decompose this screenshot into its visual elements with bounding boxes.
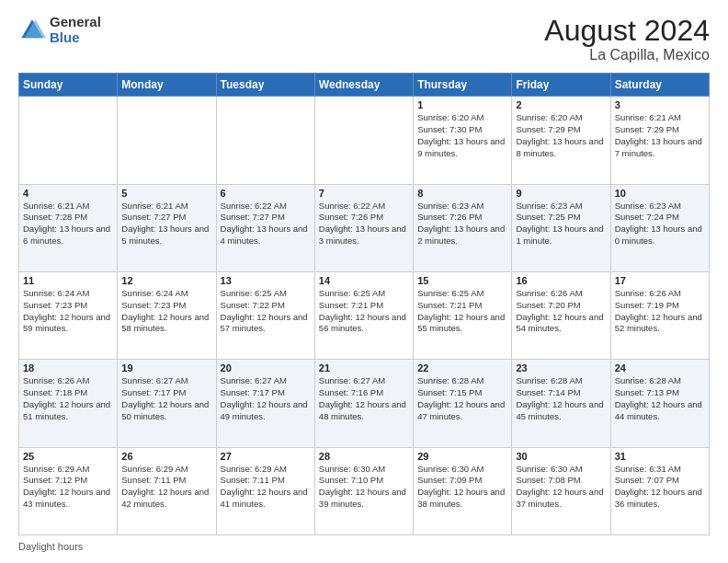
day-info: Sunrise: 6:20 AM: [417, 112, 507, 124]
day-info: Sunset: 7:16 PM: [319, 387, 409, 399]
day-number: 29: [417, 451, 507, 462]
title-block: August 2024 La Capilla, Mexico: [544, 15, 710, 63]
day-info: Daylight: 13 hours and 7 minutes.: [615, 136, 705, 160]
day-info: Sunrise: 6:23 AM: [615, 201, 705, 213]
calendar-cell: 19Sunrise: 6:27 AMSunset: 7:17 PMDayligh…: [118, 360, 216, 447]
day-info: Daylight: 12 hours and 58 minutes.: [121, 312, 211, 336]
day-number: 14: [319, 275, 409, 286]
day-info: Sunset: 7:27 PM: [121, 212, 211, 224]
col-header-friday: Friday: [512, 74, 610, 97]
day-info: Daylight: 12 hours and 39 minutes.: [319, 487, 409, 511]
day-info: Sunrise: 6:29 AM: [23, 464, 113, 476]
calendar-cell: 14Sunrise: 6:25 AMSunset: 7:21 PMDayligh…: [314, 271, 413, 359]
calendar-cell: 22Sunrise: 6:28 AMSunset: 7:15 PMDayligh…: [414, 360, 512, 447]
calendar-table: SundayMondayTuesdayWednesdayThursdayFrid…: [18, 73, 710, 535]
calendar-cell: [118, 97, 216, 184]
title-location: La Capilla, Mexico: [544, 47, 710, 63]
day-info: Sunrise: 6:28 AM: [516, 375, 606, 387]
day-info: Daylight: 12 hours and 59 minutes.: [23, 312, 113, 336]
day-info: Daylight: 13 hours and 2 minutes.: [417, 224, 507, 247]
week-row-0: 1Sunrise: 6:20 AMSunset: 7:30 PMDaylight…: [19, 97, 710, 184]
calendar-cell: 16Sunrise: 6:26 AMSunset: 7:20 PMDayligh…: [512, 271, 610, 359]
calendar-cell: 8Sunrise: 6:23 AMSunset: 7:26 PMDaylight…: [414, 184, 512, 271]
day-info: Sunrise: 6:30 AM: [516, 464, 606, 476]
day-info: Sunset: 7:09 PM: [417, 475, 507, 487]
day-info: Sunrise: 6:24 AM: [23, 288, 113, 300]
title-month: August 2024: [544, 15, 710, 47]
calendar-cell: 11Sunrise: 6:24 AMSunset: 7:23 PMDayligh…: [19, 271, 118, 359]
day-info: Sunrise: 6:25 AM: [417, 288, 507, 300]
day-info: Sunset: 7:12 PM: [23, 475, 113, 487]
day-info: Sunset: 7:26 PM: [417, 212, 507, 224]
day-info: Sunset: 7:28 PM: [23, 212, 113, 224]
day-info: Daylight: 12 hours and 56 minutes.: [319, 312, 409, 336]
day-info: Daylight: 12 hours and 41 minutes.: [221, 487, 311, 511]
day-info: Daylight: 13 hours and 3 minutes.: [319, 224, 409, 247]
day-info: Sunrise: 6:23 AM: [417, 201, 507, 213]
day-number: 7: [319, 188, 409, 199]
header: General Blue August 2024 La Capilla, Mex…: [18, 15, 710, 63]
calendar-cell: 17Sunrise: 6:26 AMSunset: 7:19 PMDayligh…: [610, 271, 709, 359]
calendar-cell: 4Sunrise: 6:21 AMSunset: 7:28 PMDaylight…: [19, 184, 118, 271]
day-number: 30: [516, 451, 606, 462]
day-number: 31: [615, 451, 705, 462]
day-number: 21: [319, 362, 409, 373]
day-info: Sunset: 7:11 PM: [121, 475, 211, 487]
day-info: Sunset: 7:17 PM: [221, 387, 311, 399]
header-row: SundayMondayTuesdayWednesdayThursdayFrid…: [19, 74, 710, 97]
day-info: Sunset: 7:19 PM: [615, 300, 705, 312]
day-info: Sunrise: 6:29 AM: [121, 464, 211, 476]
day-info: Sunrise: 6:22 AM: [221, 201, 311, 213]
col-header-monday: Monday: [118, 74, 216, 97]
day-info: Daylight: 12 hours and 37 minutes.: [516, 487, 606, 511]
day-info: Sunset: 7:27 PM: [221, 212, 311, 224]
day-number: 4: [23, 188, 113, 199]
calendar-cell: 9Sunrise: 6:23 AMSunset: 7:25 PMDaylight…: [512, 184, 610, 271]
day-number: 2: [516, 99, 606, 110]
day-number: 28: [319, 451, 409, 462]
day-info: Daylight: 13 hours and 9 minutes.: [417, 136, 507, 160]
day-number: 6: [221, 188, 311, 199]
col-header-wednesday: Wednesday: [314, 74, 413, 97]
day-number: 5: [121, 188, 211, 199]
day-number: 11: [23, 275, 113, 286]
calendar-cell: 28Sunrise: 6:30 AMSunset: 7:10 PMDayligh…: [314, 447, 413, 534]
day-info: Sunrise: 6:22 AM: [319, 201, 409, 213]
day-number: 26: [121, 451, 211, 462]
day-info: Sunset: 7:21 PM: [417, 300, 507, 312]
day-number: 16: [516, 275, 606, 286]
calendar-cell: 20Sunrise: 6:27 AMSunset: 7:17 PMDayligh…: [216, 360, 314, 447]
day-info: Daylight: 13 hours and 8 minutes.: [516, 136, 606, 160]
day-info: Sunrise: 6:31 AM: [615, 464, 705, 476]
day-number: 22: [417, 362, 507, 373]
col-header-sunday: Sunday: [19, 74, 118, 97]
day-info: Sunset: 7:23 PM: [121, 300, 211, 312]
day-info: Daylight: 12 hours and 49 minutes.: [221, 399, 311, 423]
day-number: 23: [516, 362, 606, 373]
day-info: Daylight: 13 hours and 5 minutes.: [121, 224, 211, 247]
day-info: Daylight: 12 hours and 42 minutes.: [121, 487, 211, 511]
day-info: Sunrise: 6:27 AM: [121, 375, 211, 387]
day-info: Daylight: 12 hours and 43 minutes.: [23, 487, 113, 511]
day-info: Daylight: 12 hours and 45 minutes.: [516, 399, 606, 423]
day-info: Sunrise: 6:28 AM: [417, 375, 507, 387]
day-number: 24: [615, 362, 705, 373]
day-number: 12: [121, 275, 211, 286]
day-info: Daylight: 12 hours and 48 minutes.: [319, 399, 409, 423]
calendar-cell: 24Sunrise: 6:28 AMSunset: 7:13 PMDayligh…: [610, 360, 709, 447]
day-info: Sunset: 7:18 PM: [23, 387, 113, 399]
day-info: Sunrise: 6:29 AM: [221, 464, 311, 476]
logo-blue: Blue: [50, 30, 101, 46]
day-info: Daylight: 12 hours and 50 minutes.: [121, 399, 211, 423]
day-info: Sunset: 7:25 PM: [516, 212, 606, 224]
calendar-cell: 2Sunrise: 6:20 AMSunset: 7:29 PMDaylight…: [512, 97, 610, 184]
day-info: Sunset: 7:29 PM: [615, 124, 705, 136]
day-info: Sunset: 7:08 PM: [516, 475, 606, 487]
day-info: Sunset: 7:15 PM: [417, 387, 507, 399]
week-row-3: 18Sunrise: 6:26 AMSunset: 7:18 PMDayligh…: [19, 360, 710, 447]
day-number: 3: [615, 99, 705, 110]
day-info: Sunset: 7:26 PM: [319, 212, 409, 224]
day-number: 25: [23, 451, 113, 462]
day-number: 13: [221, 275, 311, 286]
day-info: Sunrise: 6:26 AM: [516, 288, 606, 300]
